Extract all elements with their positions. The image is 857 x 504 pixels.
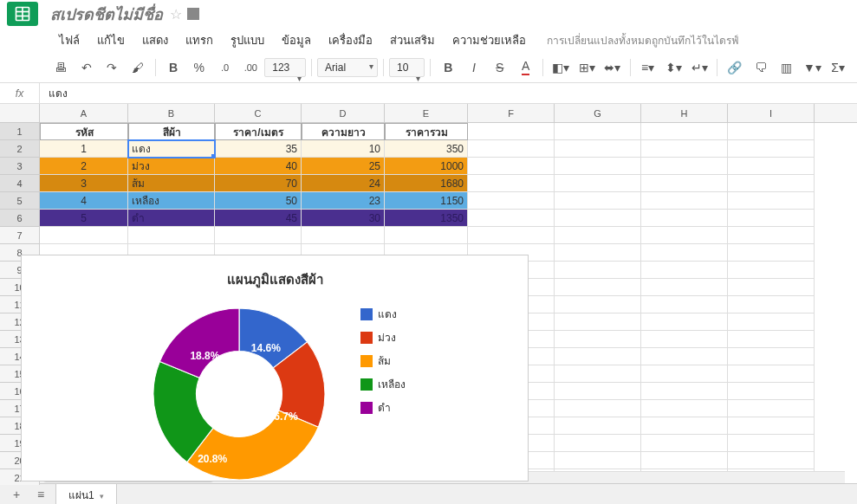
cell[interactable]: 30 — [302, 210, 385, 227]
menu-format[interactable]: รูปแบบ — [224, 28, 271, 53]
cell[interactable] — [468, 227, 555, 244]
menu-data[interactable]: ข้อมูล — [275, 28, 318, 53]
insert-chart-button[interactable]: ▥ — [775, 55, 799, 80]
cell[interactable]: 350 — [385, 140, 468, 158]
cell[interactable] — [468, 158, 555, 175]
cell[interactable] — [555, 210, 641, 227]
cell[interactable]: ราคา/เมตร — [215, 123, 302, 140]
fill-color-button[interactable]: ◧▾ — [549, 55, 573, 80]
cell[interactable]: 35 — [215, 140, 302, 158]
text-color-button[interactable]: A — [514, 55, 538, 80]
row-header[interactable]: 4 — [0, 175, 39, 192]
column-headers[interactable]: A B C D E F G H I — [40, 104, 857, 123]
row-header[interactable]: 5 — [0, 192, 39, 210]
bold-sample-icon[interactable]: B — [161, 55, 185, 80]
cell[interactable] — [728, 262, 815, 279]
merge-cells-button[interactable]: ⬌▾ — [601, 55, 625, 80]
cell[interactable]: ดำ — [128, 210, 215, 227]
cell[interactable] — [641, 279, 728, 296]
cell[interactable]: 1000 — [385, 158, 468, 175]
menu-view[interactable]: แสดง — [135, 28, 175, 53]
sheet-area[interactable]: A B C D E F G H I 1 2 3 4 5 6 7 8 9 10 1… — [0, 104, 857, 485]
h-align-button[interactable]: ≡▾ — [636, 55, 660, 80]
cell[interactable] — [728, 210, 815, 227]
font-select[interactable]: Arial — [317, 58, 378, 77]
cell[interactable] — [468, 140, 555, 158]
move-to-folder-icon[interactable] — [187, 8, 199, 20]
cell[interactable] — [641, 435, 728, 452]
cell[interactable] — [468, 123, 555, 140]
cell[interactable]: ความยาว — [302, 123, 385, 140]
cell[interactable] — [555, 227, 641, 244]
cell[interactable] — [641, 331, 728, 348]
col-header[interactable]: I — [728, 104, 815, 122]
functions-button[interactable]: Σ▾ — [826, 55, 850, 80]
cell[interactable] — [555, 192, 641, 210]
col-header[interactable]: A — [40, 104, 128, 122]
cell[interactable] — [641, 452, 728, 469]
cell[interactable] — [555, 175, 641, 192]
cell[interactable] — [728, 313, 815, 331]
cell[interactable] — [215, 227, 302, 244]
bold-button[interactable]: B — [436, 55, 460, 80]
cell[interactable]: 24 — [302, 175, 385, 192]
cell[interactable] — [641, 313, 728, 331]
cell[interactable] — [555, 383, 641, 400]
percent-format-button[interactable]: % — [187, 55, 211, 80]
cell[interactable] — [728, 279, 815, 296]
menu-edit[interactable]: แก้ไข — [90, 28, 132, 53]
cell[interactable]: 4 — [40, 192, 128, 210]
decimal-decrease-button[interactable]: .0 — [213, 55, 237, 80]
font-size-select[interactable]: 10 — [389, 58, 425, 77]
cell[interactable] — [728, 331, 815, 348]
col-header[interactable]: C — [215, 104, 302, 122]
cell[interactable] — [555, 279, 641, 296]
sheet-tab[interactable]: แผ่น1 — [55, 483, 117, 505]
redo-icon[interactable]: ↷ — [101, 55, 125, 80]
selection-handle[interactable] — [211, 154, 215, 158]
cell[interactable] — [641, 158, 728, 175]
cell[interactable] — [728, 417, 815, 435]
text-wrap-button[interactable]: ↵▾ — [687, 55, 711, 80]
borders-button[interactable]: ⊞▾ — [575, 55, 599, 80]
cell[interactable] — [555, 417, 641, 435]
cell[interactable] — [385, 227, 468, 244]
row-header[interactable]: 3 — [0, 158, 39, 175]
cell[interactable] — [555, 348, 641, 365]
cell[interactable] — [728, 383, 815, 400]
cell[interactable]: 23 — [302, 192, 385, 210]
doc-title[interactable]: สเปรดชีตไม่มีชื่อ — [50, 2, 163, 27]
cell[interactable]: 1680 — [385, 175, 468, 192]
cell[interactable] — [555, 313, 641, 331]
cell[interactable] — [555, 296, 641, 313]
cell[interactable] — [128, 227, 215, 244]
col-header[interactable]: G — [555, 104, 641, 122]
cell[interactable] — [555, 452, 641, 469]
cell[interactable] — [641, 210, 728, 227]
row-header[interactable]: 6 — [0, 210, 39, 227]
star-icon[interactable]: ☆ — [170, 6, 182, 23]
cell[interactable] — [728, 123, 815, 140]
cell[interactable] — [555, 140, 641, 158]
cell[interactable] — [555, 435, 641, 452]
cell[interactable] — [468, 175, 555, 192]
undo-icon[interactable]: ↶ — [75, 55, 99, 80]
cell[interactable]: 2 — [40, 158, 128, 175]
italic-button[interactable]: I — [462, 55, 486, 80]
cell[interactable] — [728, 244, 815, 262]
col-header[interactable]: F — [468, 104, 555, 122]
menu-tools[interactable]: เครื่องมือ — [321, 28, 380, 53]
menu-file[interactable]: ไฟล์ — [52, 28, 87, 53]
cell[interactable] — [641, 227, 728, 244]
formula-input[interactable]: แดง — [40, 83, 857, 104]
cell[interactable] — [468, 192, 555, 210]
cell[interactable] — [728, 296, 815, 313]
cell[interactable] — [302, 227, 385, 244]
v-align-button[interactable]: ⬍▾ — [662, 55, 686, 80]
cell[interactable]: 45 — [215, 210, 302, 227]
cell[interactable]: ม่วง — [128, 158, 215, 175]
filter-button[interactable]: ▼▾ — [800, 55, 824, 80]
cell[interactable] — [555, 331, 641, 348]
cell[interactable] — [641, 417, 728, 435]
cell[interactable] — [641, 383, 728, 400]
